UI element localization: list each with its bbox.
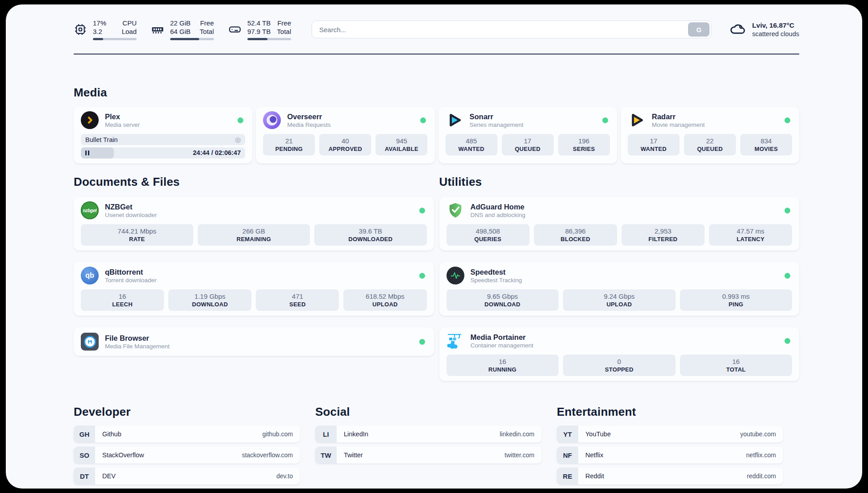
memory-icon bbox=[151, 23, 164, 36]
app-name: Media Portainer bbox=[471, 333, 534, 342]
status-online-dot bbox=[785, 273, 790, 279]
bookmark-github[interactable]: GHGithubgithub.com bbox=[74, 426, 300, 443]
portainer-icon bbox=[447, 332, 464, 350]
social-bookmarks: LILinkedInlinkedin.comTWTwittertwitter.c… bbox=[315, 426, 542, 464]
search-input[interactable] bbox=[312, 21, 711, 38]
disk-label-2: Total bbox=[277, 27, 291, 36]
stat-box-filtered: 2,953FILTERED bbox=[622, 224, 705, 246]
status-online-dot bbox=[419, 208, 425, 213]
stat-value: 21 bbox=[265, 137, 313, 145]
cpu-label-1: CPU bbox=[122, 19, 137, 27]
stat-box-queries: 498,508QUERIES bbox=[447, 224, 530, 246]
nzbget-icon: nzbget bbox=[81, 201, 99, 219]
bookmark-netflix[interactable]: NFNetflixnetflix.com bbox=[557, 447, 783, 464]
filebrowser-icon bbox=[81, 333, 99, 351]
stat-label: UPLOAD bbox=[565, 301, 674, 308]
adguard-icon bbox=[447, 201, 464, 219]
app-card-radarr[interactable]: Radarr Movie management 17WANTED22QUEUED… bbox=[621, 107, 799, 163]
bookmark-abbr: GH bbox=[74, 426, 95, 443]
status-online-dot bbox=[602, 117, 608, 123]
app-description: DNS and adblocking bbox=[471, 212, 526, 218]
app-description: Media server bbox=[105, 121, 140, 128]
bookmark-url: linkedin.com bbox=[500, 430, 534, 438]
stat-label: TOTAL bbox=[682, 366, 791, 373]
section-heading-entertainment: Entertainment bbox=[557, 405, 783, 419]
weather-condition: scattered clouds bbox=[752, 30, 799, 38]
dashboard-page: 17% 3.2 CPU Load bbox=[6, 4, 862, 489]
app-card-qbittorrent[interactable]: qb qBittorrent Torrent downloader 16LEEC… bbox=[74, 262, 434, 316]
app-card-overseerr[interactable]: Overseerr Media Requests 21PENDING40APPR… bbox=[256, 107, 434, 163]
bookmark-name: YouTube bbox=[585, 430, 611, 438]
section-heading-social: Social bbox=[315, 405, 542, 419]
stat-box-approved: 40APPROVED bbox=[319, 134, 371, 155]
stat-value: 945 bbox=[377, 137, 426, 145]
entertainment-section: Entertainment YTYouTubeyoutube.comNFNetf… bbox=[557, 405, 783, 489]
stat-box-download: 1.19 GbpsDOWNLOAD bbox=[168, 289, 251, 311]
stat-label: DOWNLOAD bbox=[170, 301, 250, 308]
stat-value: 9.24 Gbps bbox=[565, 292, 674, 301]
app-card-nzbget[interactable]: nzbget NZBGet Usenet downloader 744.21 M… bbox=[74, 197, 434, 251]
stat-box-available: 945AVAILABLE bbox=[376, 134, 427, 155]
app-name: qBittorrent bbox=[105, 267, 157, 277]
developer-section: Developer GHGithubgithub.comSOStackOverf… bbox=[74, 405, 300, 489]
stat-value: 196 bbox=[560, 137, 608, 145]
stat-value: 618.52 Mbps bbox=[345, 292, 425, 301]
bookmark-url: youtube.com bbox=[740, 430, 776, 438]
stat-value: 16 bbox=[448, 357, 557, 366]
stat-label: QUERIES bbox=[448, 236, 528, 242]
playback-time: 24:44 / 02:06:47 bbox=[193, 147, 241, 159]
stat-box-upload: 618.52 MbpsUPLOAD bbox=[343, 289, 426, 311]
playback-progress-bar[interactable]: 24:44 / 02:06:47 bbox=[81, 147, 245, 159]
section-heading-utilities: Utilities bbox=[439, 175, 800, 189]
bookmark-url: reddit.com bbox=[747, 472, 776, 480]
bookmark-twitter[interactable]: TWTwittertwitter.com bbox=[315, 447, 542, 464]
cpu-icon bbox=[74, 23, 87, 36]
stat-value: 47.57 ms bbox=[711, 227, 790, 235]
bookmark-stackoverflow[interactable]: SOStackOverflowstackoverflow.com bbox=[74, 447, 300, 464]
bookmark-url: dev.to bbox=[276, 472, 293, 480]
stat-label: RATE bbox=[83, 236, 192, 242]
app-card-portainer[interactable]: Media Portainer Container management 16R… bbox=[439, 327, 800, 381]
bookmark-name: Github bbox=[102, 430, 121, 438]
stat-label: PING bbox=[682, 301, 791, 308]
bookmark-reddit[interactable]: RERedditreddit.com bbox=[557, 468, 783, 485]
app-card-filebrowser[interactable]: File Browser Media File Management bbox=[74, 327, 434, 356]
app-card-speedtest[interactable]: Speedtest Speedtest Tracking 9.65 GbpsDO… bbox=[439, 262, 800, 316]
weather-widget[interactable]: Lviv, 16.87°C scattered clouds bbox=[729, 20, 799, 39]
header-divider bbox=[74, 54, 799, 54]
app-card-plex[interactable]: Plex Media server Bullet Train ◎ 24:44 /… bbox=[74, 107, 252, 163]
status-online-dot bbox=[420, 117, 426, 123]
search-engine-button[interactable]: G bbox=[688, 22, 709, 37]
app-card-adguard[interactable]: AdGuard Home DNS and adblocking 498,508Q… bbox=[439, 197, 800, 251]
app-stats: 16RUNNING0STOPPED16TOTAL bbox=[447, 355, 793, 376]
utilities-section: Utilities bbox=[439, 175, 800, 381]
cloud-icon bbox=[729, 20, 746, 39]
disk-label-1: Free bbox=[277, 19, 291, 27]
bookmark-name: Reddit bbox=[585, 472, 604, 480]
disk-metric: 52.4 TB 97.9 TB Free Total bbox=[228, 19, 291, 40]
bookmark-linkedin[interactable]: LILinkedInlinkedin.com bbox=[315, 426, 542, 443]
app-stats: 21PENDING40APPROVED945AVAILABLE bbox=[263, 134, 427, 155]
app-description: Speedtest Tracking bbox=[471, 277, 522, 284]
app-name: NZBGet bbox=[105, 202, 157, 212]
app-card-sonarr[interactable]: Sonarr Series management 485WANTED17QUEU… bbox=[438, 107, 617, 163]
search-bar: G bbox=[312, 21, 711, 38]
section-heading-documents: Documents & Files bbox=[74, 175, 434, 189]
stat-value: 0 bbox=[565, 357, 674, 366]
app-description: Usenet downloader bbox=[105, 212, 157, 218]
stat-box-queued: 17QUEUED bbox=[502, 134, 554, 155]
app-description: Media File Management bbox=[105, 343, 170, 350]
bookmark-url: github.com bbox=[263, 430, 293, 438]
media-section: Plex Media server Bullet Train ◎ 24:44 /… bbox=[74, 107, 799, 163]
stat-label: FILTERED bbox=[623, 236, 703, 242]
app-description: Torrent downloader bbox=[105, 277, 157, 284]
stat-value: 9.65 Gbps bbox=[448, 292, 557, 301]
app-description: Media Requests bbox=[287, 121, 331, 128]
status-online-dot bbox=[419, 339, 425, 345]
stat-box-download: 9.65 GbpsDOWNLOAD bbox=[447, 289, 559, 311]
bookmark-name: LinkedIn bbox=[344, 430, 368, 438]
stat-box-rate: 744.21 MbpsRATE bbox=[81, 224, 193, 246]
stat-label: PENDING bbox=[265, 146, 313, 152]
bookmark-dev[interactable]: DTDEVdev.to bbox=[74, 468, 300, 485]
bookmark-youtube[interactable]: YTYouTubeyoutube.com bbox=[557, 426, 783, 443]
